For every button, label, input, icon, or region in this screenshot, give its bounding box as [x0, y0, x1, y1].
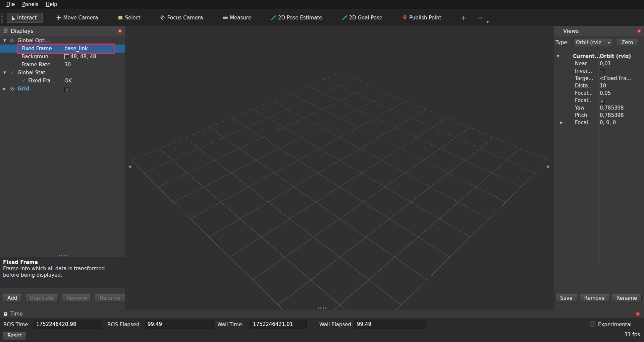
close-icon[interactable]: ✕: [635, 312, 640, 316]
splitter-handle[interactable]: [58, 255, 67, 256]
tree-row-value[interactable]: base_link: [64, 45, 88, 53]
ros-elapsed-label: ROS Elapsed:: [107, 320, 141, 329]
remove-button[interactable]: Remove: [62, 294, 92, 302]
ros-time-value: 1752246420.98: [34, 320, 102, 329]
panel-title: Time: [10, 311, 23, 317]
green-arrow-icon: [271, 15, 276, 20]
menu-panels[interactable]: Panels: [18, 0, 42, 8]
tree-column-divider[interactable]: [598, 50, 599, 267]
pose-estimate-tool-button[interactable]: 2D Pose Estimate: [271, 15, 322, 21]
expand-arrow-icon[interactable]: ▶: [3, 85, 6, 93]
tree-row-label: Current...: [573, 53, 600, 60]
splitter-collapse-left-icon[interactable]: ◀: [128, 164, 131, 169]
color-swatch[interactable]: [64, 54, 69, 59]
wall-elapsed-label: Wall Elapsed:: [319, 320, 353, 329]
rename-button[interactable]: Rename: [95, 294, 125, 302]
grid-enabled-checkbox[interactable]: ✓: [64, 85, 69, 93]
chevron-down-icon: ▼: [486, 20, 489, 24]
time-panel-titlebar[interactable]: Time ✕: [0, 310, 644, 318]
focus-camera-tool-button[interactable]: Focus Camera: [160, 15, 203, 21]
tree-row-value[interactable]: 0,05: [600, 89, 611, 97]
type-label: Type:: [555, 40, 569, 46]
invert-z-checkbox[interactable]: [600, 67, 605, 75]
tree-row-label: Global Stat...: [17, 69, 50, 77]
toolbar: Interact Move Camera Select Focus Camera…: [0, 9, 644, 26]
views-panel: Views ✕ Type: Orbit (rviz ▼ Zero ▼ Curre…: [554, 26, 644, 310]
add-button[interactable]: Add: [3, 294, 22, 302]
tree-row-label: Focal...: [575, 89, 593, 97]
wall-elapsed-value: 99.49: [354, 320, 426, 329]
time-panel: Time ✕ ROS Time: 1752246420.98 ROS Elaps…: [0, 310, 644, 342]
tree-row-value[interactable]: 10: [600, 82, 606, 89]
collapse-arrow-icon[interactable]: ▼: [3, 69, 6, 77]
tree-row-focal-shape-size[interactable]: Focal... 0,05: [554, 89, 644, 97]
displays-tree: ▼ ⚙ Global Opti... Fixed Frame base_link…: [0, 37, 125, 93]
collapse-arrow-icon[interactable]: ▼: [3, 37, 6, 45]
tree-row-global-options[interactable]: ▼ ⚙ Global Opti...: [0, 37, 125, 45]
tree-row-pitch[interactable]: Pitch 0,785398: [554, 112, 644, 119]
tree-column-divider[interactable]: [63, 37, 63, 254]
move-camera-tool-button[interactable]: Move Camera: [56, 15, 98, 21]
tree-row-fixed-frame-status[interactable]: ✓ Fixed Fra... OK: [0, 77, 125, 85]
dropdown-value: Orbit (rviz: [576, 40, 601, 46]
tree-row-value[interactable]: <Fixed Fra...: [600, 75, 631, 82]
tree-row-focal-shape-fixed[interactable]: Focal... ✓: [554, 97, 644, 104]
remove-button[interactable]: Remove: [580, 294, 609, 302]
monitor-icon: [3, 28, 8, 33]
tree-row-value[interactable]: 0,785398: [600, 112, 624, 119]
focal-shape-checkbox[interactable]: ✓: [600, 97, 605, 104]
splitter-handle[interactable]: [318, 307, 328, 309]
toolbar-grip-handle[interactable]: [1, 12, 3, 23]
tree-row-invert-z[interactable]: Inver...: [554, 67, 644, 75]
focus-crosshair-icon: [160, 15, 166, 20]
expand-arrow-icon[interactable]: ▶: [560, 119, 563, 126]
add-tool-button[interactable]: +: [461, 14, 467, 22]
tree-row-grid[interactable]: ▶ Grid ✓: [0, 85, 125, 93]
tree-row-value[interactable]: 30: [64, 61, 71, 69]
rename-button[interactable]: Rename: [612, 294, 642, 302]
menu-file[interactable]: File: [3, 0, 18, 8]
splitter-collapse-right-icon[interactable]: ▶: [547, 164, 550, 169]
experimental-checkbox[interactable]: [590, 321, 595, 327]
remove-tool-button[interactable]: −▼: [478, 14, 483, 22]
reset-button[interactable]: Reset: [3, 331, 26, 340]
select-tool-button[interactable]: Select: [117, 15, 140, 21]
tree-row-yaw[interactable]: Yaw 0,785398: [554, 104, 644, 112]
close-icon[interactable]: ✕: [637, 29, 642, 33]
tree-row-value[interactable]: 0,01: [600, 60, 611, 67]
tree-row-value[interactable]: 48; 48; 48: [64, 53, 96, 61]
duplicate-button[interactable]: Duplicate: [25, 294, 58, 302]
zero-button[interactable]: Zero: [617, 38, 638, 47]
tree-row-frame-rate[interactable]: Frame Rate 30: [0, 61, 125, 69]
tree-row-focal-point[interactable]: ▶ Focal... 0; 0; 0: [554, 119, 644, 126]
tree-row-label: Focal...: [575, 97, 593, 104]
tree-row-near-clip[interactable]: Near ... 0,01: [554, 60, 644, 67]
ruler-icon: [222, 15, 228, 20]
select-box-icon: [117, 15, 123, 20]
tree-row-label: Fixed Frame: [21, 45, 52, 53]
interact-tool-button[interactable]: Interact: [7, 13, 43, 23]
tree-row-label: Yaw: [575, 104, 585, 112]
tree-row-label: Global Opti...: [17, 37, 50, 45]
displays-panel-titlebar[interactable]: Displays ✕: [0, 26, 125, 36]
tree-row-target-frame[interactable]: Targe... <Fixed Fra...: [554, 75, 644, 82]
menu-help[interactable]: Help: [42, 0, 61, 8]
goal-pose-tool-button[interactable]: 2D Goal Pose: [342, 15, 383, 21]
measure-tool-button[interactable]: Measure: [222, 15, 251, 21]
tree-row-distance[interactable]: Dista... 10: [554, 82, 644, 89]
close-icon[interactable]: ✕: [118, 29, 122, 33]
tree-row-value[interactable]: 0; 0; 0: [600, 119, 616, 126]
tree-row-background-color[interactable]: Backgroun... 48; 48; 48: [0, 53, 125, 61]
property-help-box: Fixed Frame Frame into which all data is…: [0, 257, 125, 288]
views-panel-titlebar[interactable]: Views ✕: [554, 26, 644, 36]
collapse-arrow-icon[interactable]: ▼: [557, 53, 559, 60]
tree-row-fixed-frame[interactable]: Fixed Frame base_link: [0, 45, 125, 53]
tree-row-global-status[interactable]: ▼ ✓ Global Stat...: [0, 69, 125, 77]
tree-row-current-view[interactable]: ▼ Current... Orbit (rviz): [554, 53, 644, 60]
publish-point-tool-button[interactable]: Publish Point: [402, 15, 441, 21]
view-type-dropdown[interactable]: Orbit (rviz ▼: [573, 38, 612, 47]
save-button[interactable]: Save: [555, 294, 577, 302]
tree-row-value[interactable]: 0,785398: [600, 104, 624, 112]
render-viewport[interactable]: ◀ ▶: [125, 26, 553, 310]
experimental-label: Experimental: [598, 320, 632, 329]
